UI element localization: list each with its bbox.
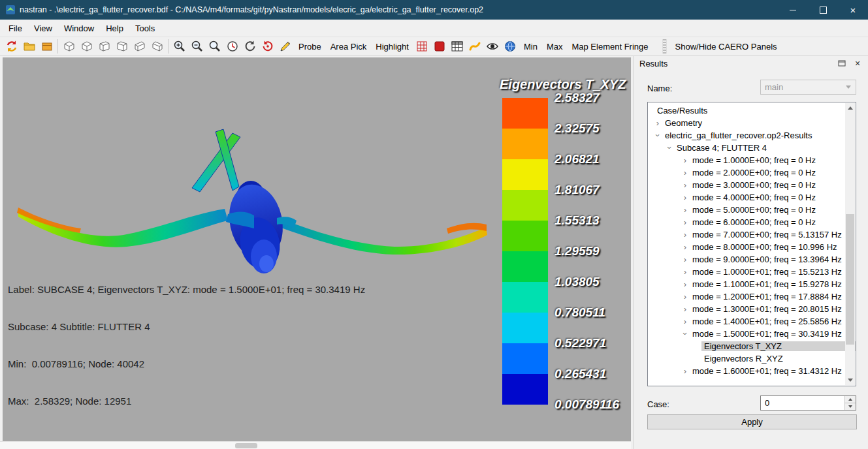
max-button[interactable]: Max: [542, 39, 568, 54]
tree-item-mode-7[interactable]: mode = 7.0000E+00; freq = 5.13157 Hz: [648, 228, 856, 241]
tree-item-geometry[interactable]: Geometry: [648, 117, 856, 129]
scalar-bar-legend: Eigenvectors T_XYZ 2.58327 2.32575 2.068…: [494, 77, 631, 423]
minimize-button[interactable]: [778, 0, 808, 20]
name-combobox[interactable]: main: [760, 80, 856, 95]
chevron-right-icon[interactable]: [681, 168, 690, 177]
chevron-right-icon[interactable]: [681, 206, 690, 214]
case-spinbox[interactable]: 0: [760, 395, 856, 410]
magnify-icon[interactable]: [206, 39, 223, 55]
tree-item-mode-8[interactable]: mode = 8.0000E+00; freq = 10.996 Hz: [648, 241, 856, 253]
chevron-right-icon[interactable]: [681, 255, 690, 264]
tree-item-mode-1[interactable]: mode = 1.0000E+00; freq = 0 Hz: [648, 154, 856, 166]
rotate-clock-icon[interactable]: [223, 39, 241, 55]
chevron-right-icon[interactable]: [681, 243, 690, 251]
results-panel-header[interactable]: Results ×: [634, 56, 868, 70]
close-panel-icon[interactable]: ×: [852, 58, 863, 69]
edit-pencil-icon[interactable]: [276, 39, 294, 55]
reload-model-icon[interactable]: [3, 39, 20, 55]
view-right-icon[interactable]: [148, 39, 166, 55]
chevron-right-icon[interactable]: [681, 292, 690, 301]
tree-item-mode-13[interactable]: mode = 1.3000E+01; freq = 20.8015 Hz: [648, 303, 856, 315]
name-combobox-value: main: [765, 82, 783, 92]
tree-item-mode-2[interactable]: mode = 2.0000E+00; freq = 0 Hz: [648, 166, 856, 179]
tree-item-op2-results[interactable]: electric_ga_flutter_recover.op2-Results: [648, 129, 856, 142]
scroll-down-icon[interactable]: [845, 375, 855, 385]
chevron-right-icon[interactable]: [681, 268, 690, 276]
eye-icon[interactable]: [484, 39, 502, 55]
view-left-icon[interactable]: [131, 39, 148, 55]
zoom-out-icon[interactable]: [188, 39, 206, 55]
surface-icon[interactable]: [431, 39, 449, 55]
spin-up-icon[interactable]: [845, 396, 856, 403]
view-front-icon[interactable]: [95, 39, 113, 55]
chevron-down-icon[interactable]: [665, 144, 674, 152]
tree-item-case-results[interactable]: Case/Results: [648, 104, 856, 117]
chevron-right-icon[interactable]: [653, 119, 662, 127]
menu-file[interactable]: File: [3, 21, 28, 36]
menu-view[interactable]: View: [28, 21, 58, 36]
tree-scrollbar[interactable]: [845, 103, 855, 385]
tree-scrollbar-thumb[interactable]: [846, 214, 854, 345]
tree-item-subcase-4[interactable]: Subcase 4; FLUTTER 4: [648, 142, 856, 154]
close-button[interactable]: ×: [838, 0, 868, 20]
tree-item-mode-11[interactable]: mode = 1.1000E+01; freq = 15.9278 Hz: [648, 278, 856, 290]
horizontal-scrollbar-thumb[interactable]: [235, 443, 257, 448]
maximize-button[interactable]: [808, 0, 838, 20]
tree-item-mode-3[interactable]: mode = 3.0000E+00; freq = 0 Hz: [648, 179, 856, 191]
chevron-right-icon[interactable]: [681, 181, 690, 189]
open-geometry-icon[interactable]: [20, 39, 38, 55]
tree-item-mode-12[interactable]: mode = 1.2000E+01; freq = 17.8884 Hz: [648, 290, 856, 303]
area-pick-button[interactable]: Area Pick: [326, 39, 372, 54]
wireframe-icon[interactable]: [413, 39, 431, 55]
show-hide-caero-panels-button[interactable]: Show/Hide CAERO Panels: [671, 39, 782, 54]
probe-button[interactable]: Probe: [294, 39, 326, 54]
render-viewport[interactable]: Eigenvectors T_XYZ 2.58327 2.32575 2.068…: [3, 57, 631, 441]
menu-tools[interactable]: Tools: [129, 21, 161, 36]
view-back-icon[interactable]: [113, 39, 131, 55]
tree-item-mode-10[interactable]: mode = 1.0000E+01; freq = 15.5213 Hz: [648, 266, 856, 278]
tree-item-mode-9[interactable]: mode = 9.0000E+00; freq = 13.3964 Hz: [648, 253, 856, 266]
close-icon: ×: [850, 5, 856, 15]
chevron-right-icon[interactable]: [681, 317, 690, 326]
tree-item-mode-4[interactable]: mode = 4.0000E+00; freq = 0 Hz: [648, 191, 856, 204]
case-results-tree[interactable]: Case/Results Geometry electric_ga_flutte…: [647, 102, 856, 386]
chevron-right-icon[interactable]: [681, 193, 690, 202]
tree-item-mode-15[interactable]: mode = 1.5000E+01; freq = 30.3419 Hz: [648, 328, 856, 340]
swap-swoosh-icon[interactable]: [466, 39, 484, 55]
horizontal-scrollbar[interactable]: [0, 441, 631, 449]
highlight-button[interactable]: Highlight: [371, 39, 413, 54]
globe-icon[interactable]: [502, 39, 519, 55]
chevron-right-icon[interactable]: [681, 156, 690, 164]
tree-item-eigenvectors-r-xyz[interactable]: Eigenvectors R_XYZ: [648, 352, 856, 365]
toolbar-separator: [57, 39, 58, 54]
rotate-ccw-icon[interactable]: [241, 39, 259, 55]
chevron-down-icon[interactable]: [681, 330, 690, 338]
view-iso2-icon[interactable]: [78, 39, 95, 55]
tree-item-mode-6[interactable]: mode = 6.0000E+00; freq = 0 Hz: [648, 216, 856, 228]
tree-item-eigenvectors-t-xyz[interactable]: Eigenvectors T_XYZ: [648, 340, 856, 352]
menu-help[interactable]: Help: [100, 21, 129, 36]
chevron-right-icon[interactable]: [681, 218, 690, 226]
spin-down-icon[interactable]: [845, 403, 856, 410]
apply-button[interactable]: Apply: [647, 414, 857, 429]
map-element-fringe-button[interactable]: Map Element Fringe: [567, 39, 652, 54]
min-button[interactable]: Min: [519, 39, 542, 54]
chevron-right-icon[interactable]: [681, 280, 690, 288]
chevron-down-icon[interactable]: [653, 131, 662, 140]
tree-item-mode-16[interactable]: mode = 1.6000E+01; freq = 31.4312 Hz: [648, 365, 856, 377]
open-results-icon[interactable]: [38, 39, 56, 55]
tree-item-mode-14[interactable]: mode = 1.4000E+01; freq = 25.5856 Hz: [648, 315, 856, 328]
element-grid-icon[interactable]: [449, 39, 466, 55]
toolbar-drag-handle[interactable]: [662, 39, 667, 54]
chevron-right-icon[interactable]: [681, 230, 690, 239]
float-panel-icon[interactable]: [837, 58, 847, 69]
rotate-cw-icon[interactable]: [259, 39, 276, 55]
scroll-up-icon[interactable]: [845, 103, 855, 113]
view-iso1-icon[interactable]: [60, 39, 78, 55]
tree-item-mode-5[interactable]: mode = 5.0000E+00; freq = 0 Hz: [648, 204, 856, 216]
chevron-right-icon[interactable]: [681, 305, 690, 313]
legend-band: [502, 343, 548, 374]
chevron-right-icon[interactable]: [681, 367, 690, 375]
menu-window[interactable]: Window: [58, 21, 100, 36]
zoom-in-icon[interactable]: [170, 39, 188, 55]
